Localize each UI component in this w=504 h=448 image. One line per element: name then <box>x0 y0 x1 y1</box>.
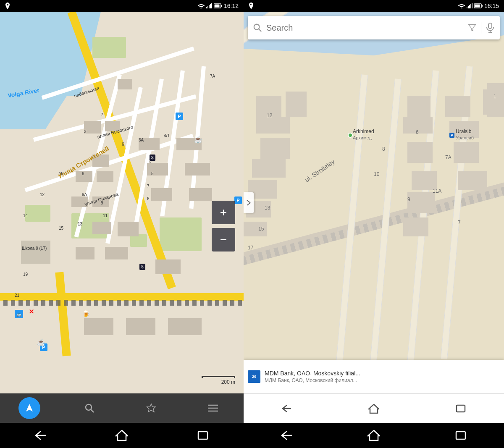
svg-rect-7 <box>214 5 219 8</box>
rbuilding-5 <box>252 159 286 178</box>
road-dashed <box>0 300 244 306</box>
num-7: 7 <box>101 113 103 117</box>
menu-chevron-icon <box>246 199 251 207</box>
nav-favorites[interactable] <box>139 396 164 421</box>
signal-icon-left <box>206 3 212 8</box>
search-input[interactable] <box>266 23 459 33</box>
right-home-button[interactable] <box>367 429 381 442</box>
rbuilding-13 <box>407 192 435 213</box>
building-7 <box>92 196 109 207</box>
back-icon-right <box>281 403 293 414</box>
search-bar[interactable] <box>248 16 500 39</box>
left-android-nav <box>0 429 244 442</box>
building-10 <box>151 188 172 201</box>
left-bottom-nav <box>0 393 244 423</box>
uralsib-ru-label: Уралсиб <box>456 135 474 140</box>
poi-coffee-1: ☕ <box>194 136 202 144</box>
svg-rect-3 <box>210 4 211 8</box>
rbuilding-15 <box>445 96 470 117</box>
svg-point-22 <box>254 24 260 30</box>
recents-icon-right <box>455 403 467 414</box>
right-back-button[interactable] <box>280 430 294 441</box>
right-recents-button[interactable] <box>454 430 467 441</box>
num-7b: 7 <box>147 184 150 189</box>
wifi-icon-left <box>198 3 205 8</box>
scale-label: 200 m <box>221 379 235 385</box>
map-menu-button[interactable] <box>244 192 254 213</box>
scale-bar: 200 m <box>202 376 235 385</box>
building-20 <box>126 318 155 335</box>
rbuilding-11 <box>407 142 433 163</box>
svg-rect-12 <box>472 3 472 8</box>
svg-rect-2 <box>209 5 210 8</box>
left-home-button[interactable] <box>115 429 129 442</box>
svg-line-27 <box>247 200 250 203</box>
right-map-canvas[interactable]: ul. Stroiteley 1 6 8 7А 10 11А 12 9 13 1… <box>244 12 504 393</box>
rbuilding-9 <box>407 96 430 117</box>
back-icon-right-nav <box>280 430 294 441</box>
filter-icon[interactable] <box>467 23 477 32</box>
right-nav-back[interactable] <box>277 399 297 418</box>
rbuilding-3 <box>256 117 290 134</box>
zoom-in-button[interactable]: + <box>212 201 235 224</box>
num-6b: 6 <box>147 196 150 201</box>
svg-rect-0 <box>206 7 207 8</box>
left-map-panel: Volga River набережная аллея Высоцкого У… <box>0 12 244 423</box>
num-12: 12 <box>40 192 45 197</box>
svg-rect-8 <box>467 7 467 8</box>
building-15 <box>92 222 111 234</box>
num-4-1: 4/1 <box>164 134 170 138</box>
svg-rect-6 <box>221 5 222 7</box>
svg-rect-9 <box>468 6 469 8</box>
back-icon-left <box>34 430 47 441</box>
time-right: 16:15 <box>484 3 499 9</box>
navigation-icon <box>24 403 34 413</box>
building-17 <box>76 247 94 259</box>
right-nav-recents[interactable] <box>451 399 471 418</box>
right-status-bar: 16:15 <box>244 0 504 12</box>
poi-x: ✕ <box>29 308 34 316</box>
search-divider-2 <box>481 22 481 34</box>
search-nav-icon <box>84 403 94 413</box>
battery-icon-right <box>474 3 483 8</box>
green-area-1 <box>92 37 126 58</box>
building-1 <box>84 121 101 134</box>
svg-line-28 <box>247 203 250 205</box>
nav-navigation[interactable] <box>18 397 40 419</box>
nav-search[interactable] <box>77 396 102 421</box>
signal-icon-right <box>467 3 472 8</box>
building-14 <box>118 222 139 236</box>
svg-rect-15 <box>475 5 480 8</box>
svg-rect-1 <box>207 6 208 8</box>
building-16 <box>105 247 128 259</box>
building-9 <box>147 163 168 176</box>
building-21 <box>168 318 202 335</box>
search-bar-icon <box>253 23 262 32</box>
left-back-button[interactable] <box>34 430 47 441</box>
building-6 <box>71 196 88 207</box>
left-map-canvas[interactable]: Volga River набережная аллея Высоцкого У… <box>0 12 244 393</box>
poi-dollar-1: $ <box>150 155 155 161</box>
left-status-bar: 16:12 <box>0 0 244 12</box>
building-19 <box>84 318 113 335</box>
right-nav-home[interactable] <box>364 399 384 418</box>
building-5 <box>97 171 113 182</box>
mic-icon[interactable] <box>486 23 495 33</box>
svg-line-36 <box>374 404 379 409</box>
svg-rect-4 <box>211 3 212 8</box>
svg-rect-40 <box>198 432 207 439</box>
left-recents-button[interactable] <box>196 430 210 441</box>
nav-menu[interactable] <box>200 396 226 421</box>
building-13 <box>189 188 212 201</box>
green-area-4 <box>160 217 202 251</box>
school-building <box>21 241 50 264</box>
arkhimed-label: Arkhimed <box>353 128 374 134</box>
zoom-out-button[interactable]: − <box>212 228 235 252</box>
svg-point-16 <box>86 404 92 410</box>
mdm-bank-icon: 20 <box>248 370 260 383</box>
mdm-bank-card[interactable]: 20 MDM Bank, OAO, Moskovskiy filial... М… <box>244 360 504 393</box>
mdm-bank-name: MDM Bank, OAO, Moskovskiy filial... <box>265 370 500 377</box>
uralsib-label: Uralsib <box>456 128 471 134</box>
svg-line-23 <box>259 29 261 31</box>
num-7a: 7А <box>210 74 215 79</box>
